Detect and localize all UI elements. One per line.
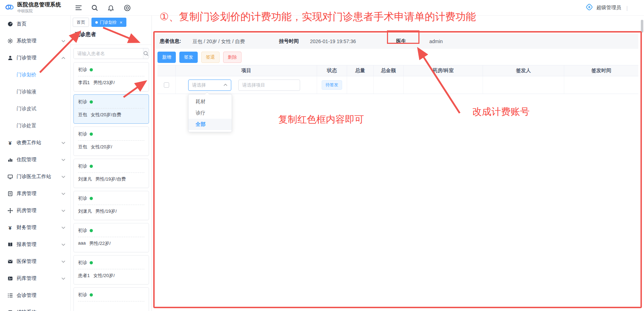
type-select[interactable]: 请选择 [188,80,231,91]
sidebar-item-6[interactable]: 库房管理 [0,185,70,202]
patient-name-row: 豆包女性/20岁/ [78,144,144,150]
search-icon[interactable] [91,4,98,11]
patient-name-row: 刘潇凡男性/19岁/自费 [78,176,144,182]
bell-icon[interactable] [107,4,114,11]
patient-meta: 男性/19岁/ [95,208,117,215]
sidebar-subitem-label: 门诊皮试 [17,106,36,112]
card-divider [78,140,144,141]
sidebar-subitem-2-1[interactable]: 门诊输液 [0,83,70,100]
patient-name-row: 豆包女性/20岁/自费 [78,112,144,118]
sidebar-subitem-2-2[interactable]: 门诊皮试 [0,100,70,117]
chevron-down-icon [61,159,65,161]
document-icon [7,191,13,197]
chevron-down-icon [61,40,65,42]
tab-active-dot-icon [95,21,98,24]
visit-type-label: 初诊 [78,131,87,137]
patient-search-button[interactable] [143,48,149,59]
row-cell-7 [564,76,638,94]
sidebar-item-8[interactable]: ¥财务管理 [0,219,70,236]
yen-icon: ¥ [7,225,13,231]
chevron-down-icon [61,210,65,212]
visit-type-label: 初诊 [78,227,87,234]
patient-info-label: 患者信息: [160,38,181,45]
patient-name: 刘潇凡 [78,208,92,215]
dropdown-option[interactable]: 耗材 [189,96,232,107]
sidebar-item-9[interactable]: 报表管理 [0,236,70,253]
sidebar-item-3[interactable]: ¥收费工作站 [0,134,70,151]
patient-card[interactable]: 初诊刘潇凡男性/19岁/ [73,191,149,220]
annotation-note-1: ①、复制门诊划价的计费功能，实现对门诊患者手术申请单的计费功能 [160,10,476,24]
status-dot-icon [90,100,93,104]
patient-name: aaa [78,240,86,247]
row-cell-5 [404,76,483,94]
patient-visit-tag: 初诊 [78,292,144,298]
sidebar-item-10[interactable]: 医保管理 [0,253,70,270]
row-cell-0 [157,76,176,94]
row-cell-3 [347,76,374,94]
scrollbar-thumb[interactable] [641,20,643,33]
doctor-value: admin [429,39,443,44]
tab-bar: 首页门诊划价× [73,18,126,27]
column-header-6: 签发人 [483,65,564,76]
sidebar-item-label: 门诊医生工作站 [17,174,61,180]
sidebar-subitem-2-0[interactable]: 门诊划价 [0,66,70,83]
app-logo: 医院信息管理系统 中联医院 [5,1,61,14]
image-icon [7,276,13,282]
collapse-menu-icon[interactable] [75,4,82,11]
patient-name-row: aaa男性/22岁/ [78,240,144,247]
item-search-input[interactable] [238,80,300,91]
sidebar-item-12[interactable]: 会诊管理 [0,287,70,304]
list-icon [7,293,13,299]
dashboard-icon [7,21,13,27]
patient-card[interactable]: 初诊刘潇凡男性/19岁/自费 [73,159,149,188]
panel-divider [71,45,152,45]
row-cell-4 [374,76,404,94]
sidebar-item-label: 药库管理 [17,275,61,282]
patient-card[interactable]: 初诊豆包女性/20岁/ [73,127,149,156]
patient-card[interactable]: 初诊李四1男性/23岁/ [73,62,149,92]
dropdown-option[interactable]: 全部 [189,119,232,130]
status-dot-icon [90,197,93,200]
sidebar-item-2[interactable]: 门诊管理 [0,49,70,66]
sidebar-item-4[interactable]: 住院管理 [0,151,70,168]
sidebar-item-0[interactable]: 首页 [0,16,70,33]
sidebar-subitem-2-3[interactable]: 门诊处置 [0,117,70,134]
sidebar-item-5[interactable]: 门诊医生工作站 [0,168,70,185]
row-checkbox[interactable] [164,82,169,88]
user-badge[interactable]: 超级管理员 | [585,0,628,16]
patient-card[interactable]: 初诊患者1女性/20岁/ [73,255,149,284]
patient-panel-title: 现诊患者 [75,31,96,38]
patient-name-row: 李四1男性/23岁/ [78,80,144,86]
type-select-placeholder: 请选择 [192,82,206,88]
patient-visit-tag: 初诊 [78,163,144,169]
sidebar-subitem-label: 门诊输液 [17,89,36,95]
patient-meta: 男性/19岁/自费 [95,176,126,182]
monitor-icon [7,174,13,180]
visit-type-label: 初诊 [78,163,87,169]
column-header-7: 签发时间 [564,65,638,76]
record-icon[interactable] [124,4,131,11]
patient-search-input[interactable] [74,48,143,59]
tab-menu-active[interactable]: 门诊划价× [91,18,126,27]
tab-close-icon[interactable]: × [120,20,123,25]
patient-card[interactable]: 初诊aaa男性/22岁/ [73,223,149,252]
column-header-1: 项目 [176,65,317,76]
patient-card[interactable]: 初诊豆包女性/20岁/自费 [73,94,149,124]
delete-button[interactable]: 删除 [223,52,242,63]
sidebar-item-7[interactable]: 药房管理 [0,202,70,219]
patient-card[interactable]: 初诊 [73,287,149,311]
tab-home[interactable]: 首页 [73,18,89,27]
sidebar-item-1[interactable]: 系统管理 [0,33,70,49]
status-dot-icon [90,133,93,136]
status-dot-icon [90,293,93,297]
chevron-down-icon [61,260,65,263]
patient-meta: 女性/20岁/自费 [91,112,121,118]
sidebar-item-11[interactable]: 药库管理 [0,270,70,287]
add-button[interactable]: 新增 [157,52,176,63]
sidebar-item-label: 报表管理 [17,241,61,248]
patient-search [73,48,149,59]
dropdown-option[interactable]: 诊疗 [189,107,232,119]
issue-button[interactable]: 签发 [179,52,198,63]
sidebar-item-13[interactable]: 维护系统 [0,304,70,311]
revoke-button[interactable]: 签退 [201,52,220,63]
